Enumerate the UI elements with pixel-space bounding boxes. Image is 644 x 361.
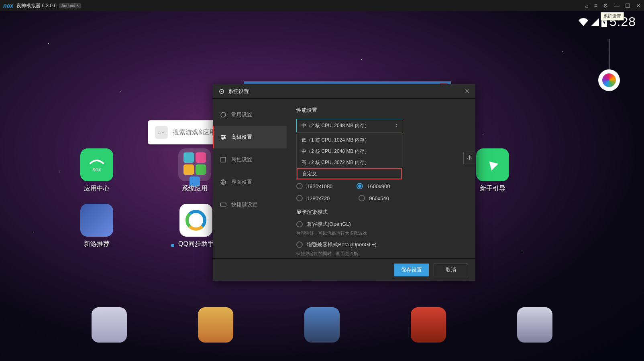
- titlebar: nox 夜神模拟器 6.3.0.6 Android 5 ⌂ ≡ ⚙ — ☐ ✕: [0, 0, 644, 11]
- wifi-icon: [578, 18, 589, 26]
- perf-option-custom[interactable]: 自定义: [297, 168, 402, 179]
- sidebar-item-interface[interactable]: 界面设置: [213, 171, 287, 193]
- perf-option-high[interactable]: 高（2 核 CPU, 3072 MB 内存）: [297, 157, 402, 168]
- radio-label: 1920x1080: [307, 183, 332, 189]
- settings-header: 系统设置 ✕: [213, 84, 475, 99]
- app-label: QQ同步助手: [178, 240, 214, 248]
- app-qqsync[interactable]: QQ同步助手: [178, 204, 214, 248]
- radio-label: 1600x900: [367, 183, 390, 189]
- perf-label: 性能设置: [296, 107, 466, 114]
- save-button[interactable]: 保存设置: [394, 264, 429, 276]
- dock-app-3[interactable]: [304, 307, 340, 343]
- floating-widget[interactable]: [598, 69, 620, 91]
- nox-logo-icon: nox: [155, 126, 168, 139]
- svg-rect-9: [221, 157, 226, 162]
- svg-point-7: [224, 137, 225, 138]
- notification-dot: [171, 244, 174, 247]
- resolution-1600[interactable]: 1600x900: [357, 183, 390, 189]
- android-badge: Android 5: [59, 3, 81, 8]
- svg-text:nox: nox: [93, 166, 101, 172]
- radio-label: 兼容模式(OpenGL): [307, 221, 351, 228]
- tooltip: 系统设置: [601, 12, 624, 20]
- maximize-icon[interactable]: ☐: [625, 2, 630, 9]
- svg-point-5: [221, 112, 226, 117]
- app-label: 新手引导: [480, 185, 505, 193]
- close-icon[interactable]: ✕: [636, 2, 641, 9]
- settings-title: 系统设置: [228, 88, 249, 95]
- sidebar-item-shortcut[interactable]: 快捷键设置: [213, 193, 287, 216]
- render-opengl[interactable]: 兼容模式(OpenGL): [296, 221, 466, 228]
- app-system[interactable]: 系统应用: [178, 148, 211, 193]
- perf-dropdown-list: 低（1 核 CPU, 1024 MB 内存） 中（2 核 CPU, 2048 M…: [296, 134, 402, 180]
- window-controls: ⌂ ≡ ⚙ — ☐ ✕: [585, 2, 641, 9]
- app-appcenter[interactable]: nox 应用中心: [80, 148, 113, 193]
- settings-sidebar: 常用设置 高级设置 属性设置 界面设置 快捷键设置: [213, 99, 287, 258]
- gear-icon: [218, 88, 225, 95]
- app-newgames[interactable]: 新游推荐: [80, 204, 113, 248]
- app-label: 系统应用: [182, 185, 208, 193]
- size-button-partial[interactable]: 小: [463, 152, 475, 164]
- svg-point-6: [222, 135, 223, 136]
- render-openglplus-help: 保持兼容性的同时，画面更流畅: [296, 251, 466, 257]
- dock: [0, 289, 644, 361]
- dropdown-arrows-icon: ▴▾: [395, 123, 397, 128]
- dock-app-4[interactable]: [411, 307, 446, 343]
- app-label: 应用中心: [84, 185, 110, 193]
- home-icon[interactable]: ⌂: [585, 2, 588, 9]
- sidebar-item-property[interactable]: 属性设置: [213, 148, 287, 171]
- sidebar-item-label: 属性设置: [231, 156, 252, 163]
- perf-option-mid[interactable]: 中（2 核 CPU, 2048 MB 内存）: [297, 146, 402, 157]
- minimize-icon[interactable]: —: [614, 2, 620, 9]
- resolution-1920[interactable]: 1920x1080: [296, 183, 332, 189]
- resolution-960[interactable]: 960x540: [359, 195, 389, 201]
- dock-app-5[interactable]: [517, 307, 552, 343]
- dropdown-value: 中（2 核 CPU, 2048 MB 内存）: [302, 122, 369, 129]
- brand-logo: nox: [3, 2, 13, 9]
- signal-icon: [591, 18, 599, 26]
- sidebar-item-label: 高级设置: [231, 134, 252, 141]
- radio-label: 增强兼容模式Beta (OpenGL+): [307, 241, 377, 248]
- app-guide[interactable]: 新手引导: [476, 148, 509, 193]
- radio-label: 1280x720: [307, 195, 330, 201]
- sidebar-item-label: 常用设置: [231, 111, 252, 118]
- sidebar-item-label: 界面设置: [231, 178, 252, 186]
- render-label: 显卡渲染模式: [296, 209, 466, 216]
- resolution-1280[interactable]: 1280x720: [296, 195, 330, 201]
- settings-content: 性能设置 中（2 核 CPU, 2048 MB 内存） ▴▾ 低（1 核 CPU…: [287, 99, 475, 258]
- sidebar-item-common[interactable]: 常用设置: [213, 103, 287, 126]
- gear-icon[interactable]: ⚙: [603, 2, 608, 9]
- sidebar-item-advanced[interactable]: 高级设置: [213, 126, 287, 148]
- dock-app-1[interactable]: [92, 307, 127, 343]
- svg-rect-11: [220, 203, 226, 206]
- radio-label: 960x540: [369, 195, 389, 201]
- perf-option-low[interactable]: 低（1 核 CPU, 1024 MB 内存）: [297, 134, 402, 146]
- menu-icon[interactable]: ≡: [594, 2, 597, 9]
- svg-point-4: [221, 91, 222, 92]
- render-openglplus[interactable]: 增强兼容模式Beta (OpenGL+): [296, 241, 466, 248]
- app-label: 新游推荐: [84, 240, 110, 248]
- cancel-button[interactable]: 取消: [434, 264, 468, 276]
- sidebar-item-label: 快捷键设置: [231, 201, 257, 208]
- settings-footer: 保存设置 取消: [213, 258, 475, 281]
- perf-dropdown[interactable]: 中（2 核 CPU, 2048 MB 内存） ▴▾: [296, 119, 402, 132]
- svg-point-8: [222, 138, 224, 140]
- dock-app-2[interactable]: [198, 307, 233, 343]
- app-title: 夜神模拟器 6.3.0.6: [16, 2, 57, 9]
- render-opengl-help: 兼容性好，可以流畅运行大多数游戏: [296, 230, 466, 236]
- close-icon[interactable]: ✕: [465, 87, 470, 95]
- settings-dialog: 系统设置 ✕ 常用设置 高级设置 属性设置 界面设置 快捷键设置: [213, 84, 475, 281]
